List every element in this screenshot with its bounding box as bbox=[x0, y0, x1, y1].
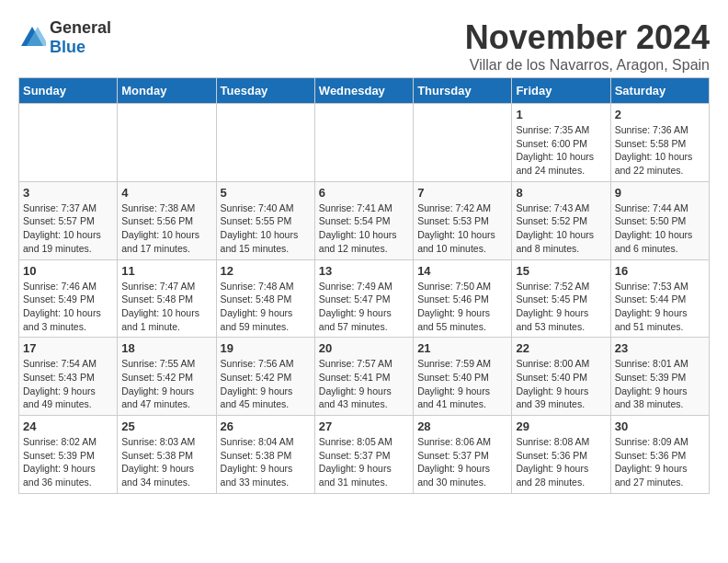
day-info: Sunrise: 7:41 AM Sunset: 5:54 PM Dayligh… bbox=[319, 201, 409, 256]
weekday-header-thursday: Thursday bbox=[414, 78, 512, 104]
day-info: Sunrise: 7:43 AM Sunset: 5:52 PM Dayligh… bbox=[516, 201, 606, 256]
logo-text-general: General bbox=[50, 18, 111, 37]
day-number: 22 bbox=[516, 341, 606, 355]
day-number: 5 bbox=[221, 186, 311, 200]
calendar-cell: 14Sunrise: 7:50 AM Sunset: 5:46 PM Dayli… bbox=[414, 259, 512, 338]
day-number: 26 bbox=[221, 419, 311, 433]
day-info: Sunrise: 8:04 AM Sunset: 5:38 PM Dayligh… bbox=[221, 435, 311, 489]
day-number: 2 bbox=[615, 108, 705, 121]
calendar-cell: 4Sunrise: 7:38 AM Sunset: 5:56 PM Daylig… bbox=[118, 181, 216, 259]
day-info: Sunrise: 7:54 AM Sunset: 5:43 PM Dayligh… bbox=[23, 357, 113, 411]
day-info: Sunrise: 7:47 AM Sunset: 5:48 PM Dayligh… bbox=[121, 280, 211, 334]
day-number: 8 bbox=[516, 186, 606, 200]
day-info: Sunrise: 8:06 AM Sunset: 5:37 PM Dayligh… bbox=[417, 435, 507, 489]
day-info: Sunrise: 8:03 AM Sunset: 5:38 PM Dayligh… bbox=[121, 435, 211, 489]
day-number: 11 bbox=[121, 264, 211, 278]
day-number: 13 bbox=[319, 264, 409, 278]
weekday-header-saturday: Saturday bbox=[610, 78, 709, 104]
month-title: November 2024 bbox=[465, 18, 710, 57]
calendar-cell: 7Sunrise: 7:42 AM Sunset: 5:53 PM Daylig… bbox=[414, 181, 512, 259]
day-info: Sunrise: 7:50 AM Sunset: 5:46 PM Dayligh… bbox=[417, 280, 507, 334]
calendar-cell: 26Sunrise: 8:04 AM Sunset: 5:38 PM Dayli… bbox=[216, 416, 314, 494]
calendar-cell bbox=[314, 104, 413, 182]
calendar-week-row: 3Sunrise: 7:37 AM Sunset: 5:57 PM Daylig… bbox=[19, 181, 710, 259]
day-info: Sunrise: 8:01 AM Sunset: 5:39 PM Dayligh… bbox=[615, 357, 705, 411]
day-number: 12 bbox=[221, 264, 311, 278]
day-number: 15 bbox=[516, 264, 606, 278]
day-info: Sunrise: 7:44 AM Sunset: 5:50 PM Dayligh… bbox=[615, 201, 705, 256]
calendar-cell: 6Sunrise: 7:41 AM Sunset: 5:54 PM Daylig… bbox=[314, 181, 413, 259]
calendar-cell bbox=[19, 104, 118, 182]
day-number: 20 bbox=[319, 341, 409, 355]
calendar-cell bbox=[414, 104, 512, 182]
day-number: 17 bbox=[23, 341, 113, 355]
day-info: Sunrise: 7:40 AM Sunset: 5:55 PM Dayligh… bbox=[221, 201, 311, 256]
day-number: 28 bbox=[417, 419, 507, 433]
day-info: Sunrise: 8:02 AM Sunset: 5:39 PM Dayligh… bbox=[23, 435, 113, 489]
location-subtitle: Villar de los Navarros, Aragon, Spain bbox=[465, 57, 710, 74]
day-info: Sunrise: 7:53 AM Sunset: 5:44 PM Dayligh… bbox=[615, 280, 705, 334]
weekday-header-friday: Friday bbox=[512, 78, 610, 104]
day-info: Sunrise: 7:36 AM Sunset: 5:58 PM Dayligh… bbox=[615, 123, 705, 178]
calendar-week-row: 24Sunrise: 8:02 AM Sunset: 5:39 PM Dayli… bbox=[19, 416, 710, 494]
day-number: 30 bbox=[615, 419, 705, 433]
day-info: Sunrise: 7:38 AM Sunset: 5:56 PM Dayligh… bbox=[121, 201, 211, 256]
calendar-cell: 29Sunrise: 8:08 AM Sunset: 5:36 PM Dayli… bbox=[512, 416, 610, 494]
calendar-cell: 20Sunrise: 7:57 AM Sunset: 5:41 PM Dayli… bbox=[314, 338, 413, 416]
calendar-week-row: 1Sunrise: 7:35 AM Sunset: 6:00 PM Daylig… bbox=[19, 104, 710, 182]
day-info: Sunrise: 7:55 AM Sunset: 5:42 PM Dayligh… bbox=[121, 357, 211, 411]
calendar-cell: 16Sunrise: 7:53 AM Sunset: 5:44 PM Dayli… bbox=[610, 259, 709, 338]
weekday-header-wednesday: Wednesday bbox=[314, 78, 413, 104]
calendar-week-row: 17Sunrise: 7:54 AM Sunset: 5:43 PM Dayli… bbox=[19, 338, 710, 416]
calendar-cell: 15Sunrise: 7:52 AM Sunset: 5:45 PM Dayli… bbox=[512, 259, 610, 338]
calendar-cell: 9Sunrise: 7:44 AM Sunset: 5:50 PM Daylig… bbox=[610, 181, 709, 259]
calendar-week-row: 10Sunrise: 7:46 AM Sunset: 5:49 PM Dayli… bbox=[19, 259, 710, 338]
calendar-cell: 22Sunrise: 8:00 AM Sunset: 5:40 PM Dayli… bbox=[512, 338, 610, 416]
day-number: 6 bbox=[319, 186, 409, 200]
calendar-cell: 17Sunrise: 7:54 AM Sunset: 5:43 PM Dayli… bbox=[19, 338, 118, 416]
day-number: 3 bbox=[23, 186, 113, 200]
logo: General Blue bbox=[18, 18, 111, 57]
day-number: 1 bbox=[516, 108, 606, 121]
day-info: Sunrise: 7:57 AM Sunset: 5:41 PM Dayligh… bbox=[319, 357, 409, 411]
calendar-cell bbox=[118, 104, 216, 182]
calendar-cell: 18Sunrise: 7:55 AM Sunset: 5:42 PM Dayli… bbox=[118, 338, 216, 416]
day-number: 16 bbox=[615, 264, 705, 278]
calendar-cell: 27Sunrise: 8:05 AM Sunset: 5:37 PM Dayli… bbox=[314, 416, 413, 494]
logo-icon bbox=[18, 24, 46, 52]
day-info: Sunrise: 7:52 AM Sunset: 5:45 PM Dayligh… bbox=[516, 280, 606, 334]
calendar-cell: 19Sunrise: 7:56 AM Sunset: 5:42 PM Dayli… bbox=[216, 338, 314, 416]
weekday-header-tuesday: Tuesday bbox=[216, 78, 314, 104]
day-number: 4 bbox=[121, 186, 211, 200]
day-number: 10 bbox=[23, 264, 113, 278]
calendar-cell bbox=[216, 104, 314, 182]
day-info: Sunrise: 8:09 AM Sunset: 5:36 PM Dayligh… bbox=[615, 435, 705, 489]
day-info: Sunrise: 7:49 AM Sunset: 5:47 PM Dayligh… bbox=[319, 280, 409, 334]
day-number: 21 bbox=[417, 341, 507, 355]
calendar-cell: 13Sunrise: 7:49 AM Sunset: 5:47 PM Dayli… bbox=[314, 259, 413, 338]
day-info: Sunrise: 8:00 AM Sunset: 5:40 PM Dayligh… bbox=[516, 357, 606, 411]
weekday-header-row: SundayMondayTuesdayWednesdayThursdayFrid… bbox=[19, 78, 710, 104]
day-info: Sunrise: 7:35 AM Sunset: 6:00 PM Dayligh… bbox=[516, 123, 606, 178]
day-number: 23 bbox=[615, 341, 705, 355]
calendar-cell: 2Sunrise: 7:36 AM Sunset: 5:58 PM Daylig… bbox=[610, 104, 709, 182]
weekday-header-sunday: Sunday bbox=[19, 78, 118, 104]
day-info: Sunrise: 7:48 AM Sunset: 5:48 PM Dayligh… bbox=[221, 280, 311, 334]
calendar-cell: 10Sunrise: 7:46 AM Sunset: 5:49 PM Dayli… bbox=[19, 259, 118, 338]
day-info: Sunrise: 8:08 AM Sunset: 5:36 PM Dayligh… bbox=[516, 435, 606, 489]
day-info: Sunrise: 8:05 AM Sunset: 5:37 PM Dayligh… bbox=[319, 435, 409, 489]
day-info: Sunrise: 7:42 AM Sunset: 5:53 PM Dayligh… bbox=[417, 201, 507, 256]
calendar-table: SundayMondayTuesdayWednesdayThursdayFrid… bbox=[18, 77, 710, 494]
day-number: 19 bbox=[221, 341, 311, 355]
calendar-cell: 12Sunrise: 7:48 AM Sunset: 5:48 PM Dayli… bbox=[216, 259, 314, 338]
day-number: 14 bbox=[417, 264, 507, 278]
day-number: 9 bbox=[615, 186, 705, 200]
calendar-cell: 11Sunrise: 7:47 AM Sunset: 5:48 PM Dayli… bbox=[118, 259, 216, 338]
calendar-cell: 25Sunrise: 8:03 AM Sunset: 5:38 PM Dayli… bbox=[118, 416, 216, 494]
day-number: 18 bbox=[121, 341, 211, 355]
calendar-cell: 30Sunrise: 8:09 AM Sunset: 5:36 PM Dayli… bbox=[610, 416, 709, 494]
calendar-cell: 21Sunrise: 7:59 AM Sunset: 5:40 PM Dayli… bbox=[414, 338, 512, 416]
calendar-cell: 5Sunrise: 7:40 AM Sunset: 5:55 PM Daylig… bbox=[216, 181, 314, 259]
day-info: Sunrise: 7:59 AM Sunset: 5:40 PM Dayligh… bbox=[417, 357, 507, 411]
logo-text-blue: Blue bbox=[50, 38, 85, 56]
